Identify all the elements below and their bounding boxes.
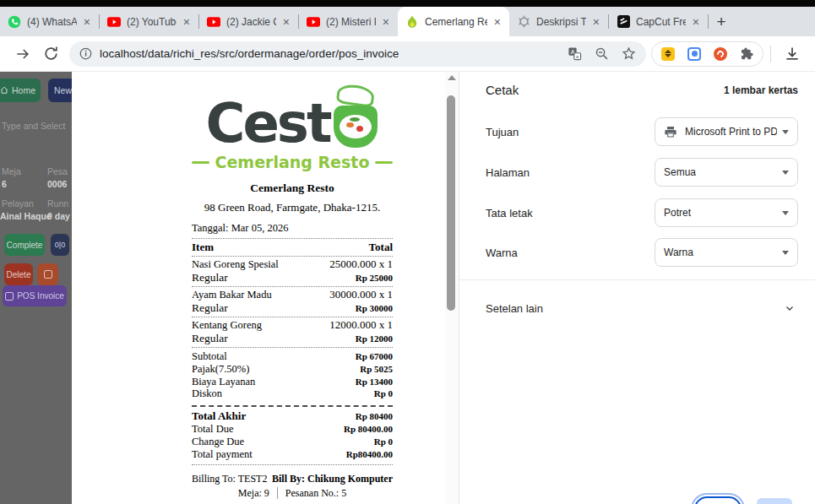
field-value: 0 day (47, 211, 70, 221)
restaurant-logo: Cest (192, 77, 393, 149)
tab-label: (2) YouTube (127, 16, 177, 28)
close-icon[interactable]: × (493, 16, 502, 28)
new-tab-button[interactable]: + (709, 7, 734, 36)
youtube-icon (307, 15, 320, 29)
close-icon[interactable]: × (592, 16, 600, 28)
tab-cemerlang-active[interactable]: Cemerlang Re × (398, 7, 509, 36)
billing-to: Billing To: TEST2 (192, 473, 267, 485)
print-button[interactable] (757, 498, 792, 504)
window-top-bar (0, 0, 815, 7)
field-label: Pelayan (2, 198, 34, 209)
copy-icon (44, 270, 52, 279)
layout-select[interactable]: Potret (655, 198, 798, 227)
more-settings-row[interactable]: Setelan lain (486, 298, 795, 318)
tab-label: Deskripsi TikT (536, 16, 586, 28)
store-address: 98 Green Road, Farmgate, Dhaka-1215. (192, 201, 393, 214)
background-page: Home New Type and Select Meja 6 Pesa 000… (0, 72, 72, 504)
chevron-down-icon (782, 171, 789, 175)
pos-invoice-button[interactable]: POS Invoice (3, 285, 67, 306)
payment-status: Pembayaran Status: Due (192, 501, 393, 504)
delete-button[interactable]: Delete (4, 263, 33, 285)
order-number: Pesanan No.: 5 (285, 487, 346, 500)
chef-hat-icon (335, 83, 375, 108)
close-icon[interactable]: × (83, 16, 91, 28)
preview-scrollbar[interactable] (445, 72, 458, 504)
tab-deskripsi[interactable]: Deskripsi TikT × (509, 7, 608, 36)
filter-select[interactable]: Type and Select (2, 121, 65, 131)
close-icon[interactable]: × (382, 16, 390, 28)
whatsapp-icon (8, 15, 21, 29)
download-icon[interactable] (784, 46, 801, 62)
item-row: Nasi Goreng Spesial25000.000 x 1 Regular… (192, 257, 393, 287)
tab-label: (4) WhatsApp (27, 16, 77, 28)
field-value: 0006 (47, 179, 67, 189)
chevron-down-icon (782, 211, 789, 215)
close-icon[interactable]: × (182, 16, 191, 28)
scroll-up-button[interactable] (448, 75, 456, 80)
zoom-icon[interactable] (595, 46, 609, 61)
pages-label: Halaman (486, 166, 530, 179)
split-icon: 0|0 (55, 241, 65, 249)
field-value: 6 (2, 179, 7, 189)
printer-icon (664, 125, 677, 138)
table-order-row: Meja: 9 Pesanan No.: 5 (192, 487, 393, 500)
browser-toolbar: localhost/data/richi_res/src/ordermanage… (0, 36, 815, 72)
orange-extension-icon[interactable] (714, 47, 727, 61)
tab-label: Cemerlang Re (425, 16, 487, 28)
field-value: Ainal Haque (0, 211, 52, 221)
item-row: Kentang Goreng12000.000 x 1 RegularRp 12… (192, 317, 393, 348)
billing-row: Billing To: TEST2 Bill By: Chikung Kompu… (192, 473, 393, 485)
star-icon[interactable] (622, 46, 636, 61)
receipt-icon (5, 292, 14, 301)
settings-divider (459, 279, 815, 280)
flame-icon (405, 15, 419, 29)
close-icon[interactable]: × (692, 16, 700, 28)
tab-label: (2) Jackie Cha (226, 16, 276, 28)
table-number: Meja: 9 (238, 487, 269, 500)
pages-select[interactable]: Semua (655, 158, 798, 187)
idm-extension-icon[interactable] (661, 47, 675, 61)
summary-section: SubtotalRp 67000 Pajak(7.50%)Rp 5025 Bia… (192, 348, 393, 404)
cancel-button[interactable] (694, 496, 742, 504)
url-text[interactable]: localhost/data/richi_res/src/ordermanage… (100, 47, 555, 60)
scrollbar-thumb[interactable] (447, 95, 455, 311)
extensions-puzzle-icon[interactable] (740, 47, 753, 61)
color-label: Warna (486, 247, 518, 259)
adblock-extension-icon[interactable] (687, 47, 701, 61)
forward-icon[interactable] (14, 46, 31, 62)
logo-subtitle: Cemerlang Resto (192, 153, 393, 171)
field-label: Runn (47, 198, 68, 209)
bill-by: Bill By: Chikung Komputer (272, 473, 393, 485)
split-view-button[interactable]: 0|0 (51, 234, 69, 256)
tab-jackie[interactable]: (2) Jackie Cha × (199, 7, 298, 36)
more-settings-label: Setelan lain (486, 302, 543, 315)
tab-strip: (4) WhatsApp × (2) YouTube × (2) Jackie … (0, 7, 815, 36)
address-bar[interactable]: localhost/data/richi_res/src/ordermanage… (69, 41, 646, 67)
reload-icon[interactable] (43, 46, 60, 62)
info-icon[interactable] (79, 47, 92, 60)
browser-window: (4) WhatsApp × (2) YouTube × (2) Jackie … (0, 0, 815, 504)
tab-whatsapp[interactable]: (4) WhatsApp × (0, 7, 99, 36)
tab-misteri[interactable]: (2) Misteri Pen × (299, 7, 398, 36)
translate-icon[interactable]: Aa (568, 46, 582, 61)
destination-select[interactable]: Microsoft Print to PDF (655, 117, 798, 146)
extensions-pill (651, 41, 763, 67)
layout-label: Tata letak (486, 207, 533, 219)
item-row: Ayam Bakar Madu30000.000 x 1 RegularRp 3… (192, 287, 393, 317)
complete-button[interactable]: Complete (4, 234, 45, 256)
color-select[interactable]: Warna (655, 238, 798, 267)
print-dialog: Cetak 1 lembar kertas Tujuan Microsoft P… (459, 72, 815, 504)
home-button[interactable]: Home (0, 79, 41, 102)
sheet-count: 1 lembar kertas (724, 84, 798, 96)
receipt: Cest Cemerlang Resto Cemerlang Resto 98 … (192, 77, 393, 504)
new-button[interactable]: New (48, 79, 72, 102)
duplicate-button[interactable] (37, 263, 58, 285)
logo-pot-icon (332, 87, 379, 149)
store-name: Cemerlang Resto (192, 182, 393, 195)
invoice-date: Tanggal: Mar 05, 2026 (192, 222, 393, 235)
tab-capcut[interactable]: CapCut Free A × (609, 7, 708, 36)
youtube-icon (207, 15, 220, 29)
tab-youtube[interactable]: (2) YouTube × (100, 7, 198, 36)
main-area: Home New Type and Select Meja 6 Pesa 000… (0, 72, 815, 504)
close-icon[interactable]: × (282, 16, 291, 28)
